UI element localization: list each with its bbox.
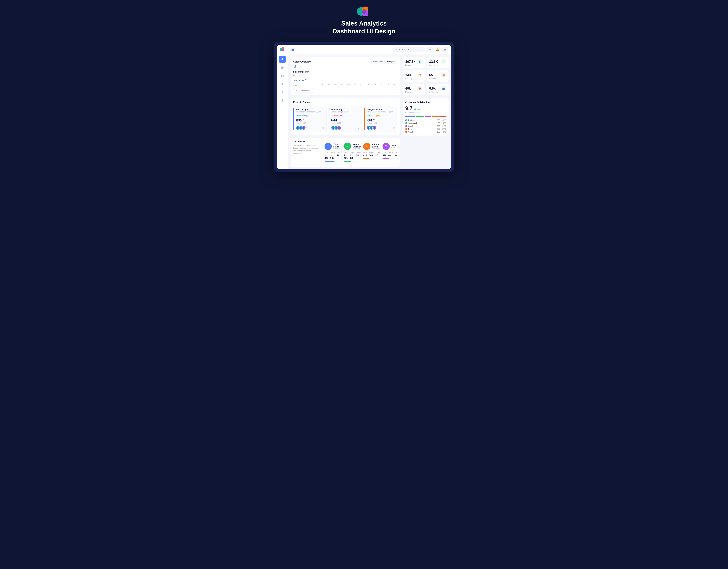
- top-sellers-card: Top Sellers The top sellers is calculate…: [291, 138, 400, 167]
- seller-header-2: A Alfredo Elliott Contractors 💬 ✉: [363, 143, 376, 150]
- content-area: Sales Overview Last month Last year: [288, 54, 451, 169]
- sales-amount: $6,556.55: [293, 70, 316, 74]
- chart-label-mar: Mar: [333, 84, 338, 85]
- seller-role-2: Contractors: [372, 148, 381, 150]
- download-report-button[interactable]: Download Report: [293, 88, 315, 93]
- stat-value-1: 12.6K: [429, 60, 438, 64]
- seller-name-1: Konnor Guzman: [353, 143, 361, 148]
- stats-grid: $67.6k 💲 Income 12.6K ✓ Completed 143 ⏰ …: [403, 57, 449, 95]
- sales-amount-section: $6,556.55 this month + 3.2% Download Rep…: [293, 65, 316, 93]
- sat-bar-1: [416, 116, 424, 117]
- period-tab-last-month[interactable]: Last month: [371, 60, 385, 63]
- sidebar-logo: [279, 47, 285, 52]
- sidebar-item-bookmark[interactable]: [279, 80, 286, 88]
- rating-count-0: 1 029: [434, 119, 440, 121]
- seller-progress-fill-0: [325, 161, 334, 162]
- top-sellers-subtitle: The top sellers is calculated based on t…: [293, 144, 319, 155]
- project-settings-0[interactable]: ⚙: [322, 127, 324, 129]
- seller-role-3: Cont...: [391, 147, 396, 149]
- satisfaction-more-btn[interactable]: ···: [442, 101, 446, 104]
- stat-value-5: 8.8k: [429, 87, 436, 90]
- sidebar-item-grid[interactable]: [279, 72, 286, 79]
- sat-bar-0: [405, 116, 415, 117]
- project-desc-0: Design Learn Management System: [296, 111, 324, 113]
- seller-name-2: Alfredo Elliott: [372, 143, 381, 148]
- rating-label-1: Very Good: [408, 122, 433, 124]
- period-tabs: Last month Last year: [371, 60, 397, 64]
- sidebar-item-gift[interactable]: [279, 64, 286, 71]
- hero-section: Sales Analytics Dashboard UI Design: [333, 7, 395, 35]
- project-progress-1: %14.84: [331, 119, 360, 122]
- project-settings-2[interactable]: ⚙: [393, 127, 395, 129]
- project-name-2: Design System: [366, 108, 395, 111]
- period-tab-last-year[interactable]: Last year: [385, 60, 397, 63]
- stat-value-4: 46k: [405, 87, 411, 90]
- stat-value-2: 143: [405, 73, 411, 77]
- stat-label-2: Pending: [405, 78, 422, 80]
- growth-badge: + 3.2%: [293, 84, 316, 86]
- rating-dot-1: [405, 122, 407, 124]
- seller-stats-2: Sells 423 Target 500 Clients 16: [363, 152, 376, 157]
- sidebar-item-user[interactable]: [279, 89, 286, 96]
- stat-value-0: $67.6k: [405, 60, 415, 64]
- satisfaction-card: Customer Satisfaction ··· 9.7 +2.1% Perf…: [403, 98, 449, 136]
- seller-card-2: A Alfredo Elliott Contractors 💬 ✉ Sells …: [361, 140, 378, 164]
- stat-icon-1: ✓: [441, 59, 446, 64]
- project-border-0: [293, 108, 294, 130]
- projects-title: Projects Status: [293, 101, 310, 104]
- rating-row-3: Poor 395 17%: [405, 128, 446, 130]
- sun-icon[interactable]: ☀: [427, 47, 433, 52]
- projects-more-btn[interactable]: ···: [394, 100, 397, 104]
- stat-card-customers: 8.8k 👥 Customers: [427, 84, 449, 95]
- seller-target-1: Target 2 000: [350, 152, 354, 159]
- seller-avatar-1: K: [344, 143, 351, 150]
- seller-target-3: Target —: [388, 152, 393, 157]
- score-label: Performance score: [405, 112, 446, 114]
- rating-count-3: 395: [434, 128, 440, 130]
- project-settings-1[interactable]: ⚙: [357, 127, 360, 129]
- project-footer-0: 👤 👤 👤 ⚙: [296, 126, 324, 130]
- sat-bar-4: [440, 116, 446, 117]
- project-card-2: Design System Create LMS design system o…: [364, 106, 397, 133]
- stat-card-pending: 143 ⏰ Pending: [403, 70, 425, 82]
- chart-label-apr: Apr: [339, 84, 345, 85]
- rating-row-4: Very Poor 129 9%: [405, 131, 446, 133]
- menu-icon[interactable]: ☰: [291, 47, 294, 51]
- seller-progress-bar-3: [383, 158, 395, 159]
- hero-title: Sales Analytics Dashboard UI Design: [333, 20, 395, 35]
- avatar-3-0: 👤: [302, 126, 306, 130]
- stat-card-completed: 12.6K ✓ Completed: [427, 57, 449, 68]
- stat-label-3: Dispatch: [429, 78, 446, 80]
- project-avatars-0: 👤 👤 👤: [296, 126, 306, 130]
- sat-bar-2: [425, 116, 431, 117]
- top-sellers-title: Top Sellers: [293, 140, 319, 143]
- project-desc-1: Ecommerce Application: [331, 111, 360, 113]
- seller-clients-2: Clients 16: [375, 152, 381, 157]
- apps-icon[interactable]: ⊞: [442, 47, 448, 52]
- top-sellers-desc: Top Sellers The top sellers is calculate…: [293, 140, 319, 155]
- chart-label-may: May: [345, 84, 351, 85]
- seller-progress-fill-2: [363, 158, 369, 159]
- rating-count-4: 129: [434, 131, 440, 133]
- sidebar-item-home[interactable]: [279, 56, 286, 63]
- seller-progress-fill-1: [344, 161, 351, 162]
- seller-name-3: Sam: [391, 144, 396, 147]
- project-footer-1: 👤 👤 👤 ⚙: [331, 126, 360, 130]
- stat-icon-2: ⏰: [417, 73, 422, 77]
- project-tag-2: LMS: [366, 115, 373, 117]
- bell-icon[interactable]: 🔔: [435, 47, 440, 52]
- sidebar-item-alert[interactable]: [279, 97, 286, 104]
- seller-stats-3: Sells 579 Target — Clients —: [383, 152, 395, 157]
- search-input[interactable]: [398, 48, 422, 51]
- sales-overview-title: Sales Overview: [293, 60, 311, 63]
- search-bar[interactable]: [393, 47, 425, 52]
- seller-stats-0: Sells 2 348 Target 3 000 Clients 78: [325, 152, 337, 159]
- dashboard-inner: ☰ ☀ 🔔 ⊞ Sales Overview: [277, 45, 451, 169]
- chart-label-jul: Jul: [359, 84, 364, 85]
- stat-card-products: 46k 📦 Products: [403, 84, 425, 95]
- rating-label-4: Very Poor: [408, 131, 433, 133]
- project-border-2: [364, 108, 365, 130]
- project-card-0: Web Design Design Learn Management Syste…: [293, 106, 327, 133]
- main-content: ☰ ☀ 🔔 ⊞ Sales Overview: [288, 45, 451, 169]
- sales-period: this month: [293, 74, 316, 76]
